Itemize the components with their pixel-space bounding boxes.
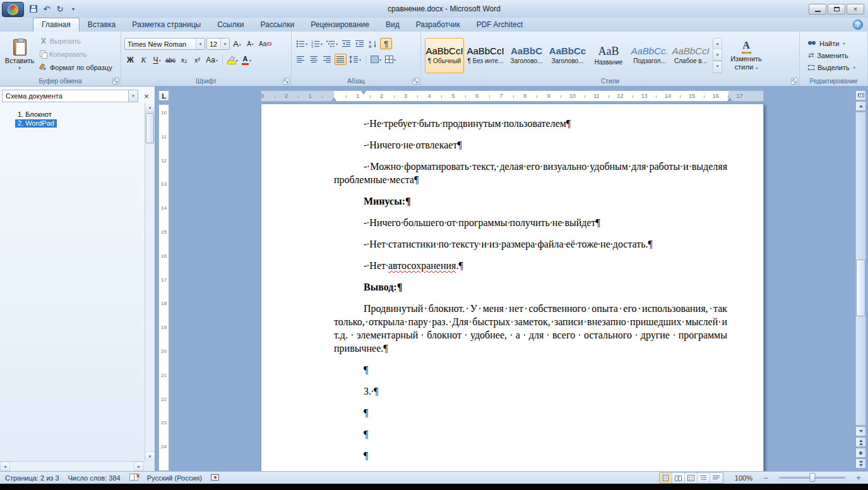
style-item-4[interactable]: AaBbCcЗаголово...: [548, 38, 587, 73]
bold-button[interactable]: Ж: [124, 54, 136, 66]
word-count[interactable]: Число слов: 384: [68, 474, 121, 482]
paragraph-dialog-launcher[interactable]: [412, 78, 419, 85]
font-name-select[interactable]: Times New Roman ▾: [124, 38, 205, 50]
paste-button[interactable]: Вставить ▾: [3, 33, 37, 76]
undo-button[interactable]: ↶: [40, 3, 53, 15]
close-document-map-button[interactable]: ×: [141, 90, 152, 102]
font-size-select[interactable]: 12 ▾: [206, 38, 230, 50]
misspelled-word[interactable]: автосохранения: [388, 260, 456, 271]
save-button[interactable]: [27, 3, 40, 15]
close-button[interactable]: ×: [847, 4, 864, 15]
justify-button[interactable]: [335, 54, 347, 65]
first-line-indent-marker[interactable]: [361, 91, 366, 95]
ribbon-tab-7[interactable]: Вид: [378, 18, 408, 32]
document-text[interactable]: - Не требует быть продвинутым пользовате…: [261, 104, 763, 471]
customize-qat-button[interactable]: ▾: [67, 3, 80, 15]
outline-view-button[interactable]: [698, 473, 710, 483]
print-layout-view-button[interactable]: [660, 473, 672, 483]
zoom-level[interactable]: 100%: [735, 474, 752, 482]
redo-button[interactable]: ↻: [54, 3, 66, 15]
document-map-vertical-scrollbar[interactable]: ▲ ▼: [145, 103, 155, 461]
clipboard-dialog-launcher[interactable]: [112, 78, 119, 85]
strikethrough-button[interactable]: abc: [164, 54, 177, 66]
ribbon-tab-2[interactable]: Вставка: [80, 18, 124, 32]
paragraph-13[interactable]: ¶: [334, 427, 727, 441]
paragraph-7[interactable]: - Нет автосохранения.¶: [334, 259, 727, 272]
document-map-selector[interactable]: Схема документа ▾: [2, 90, 138, 102]
map-scroll-left-button[interactable]: ◂: [0, 462, 10, 471]
previous-page-button[interactable]: [855, 437, 866, 447]
clear-formatting-button[interactable]: Аа: [258, 39, 273, 50]
select-browse-object-button[interactable]: [855, 448, 866, 458]
document-map-item-2[interactable]: 2. WordPad: [15, 119, 57, 128]
map-scroll-down-button[interactable]: ▼: [145, 451, 155, 461]
change-case-button[interactable]: Аа▾: [205, 54, 219, 66]
ribbon-tab-1[interactable]: Главная: [33, 18, 80, 32]
text-highlight-button[interactable]: ▾: [226, 54, 239, 66]
scroll-down-button[interactable]: [855, 426, 866, 436]
zoom-slider[interactable]: [779, 477, 845, 479]
underline-button[interactable]: Ч▾: [151, 54, 163, 66]
align-left-button[interactable]: [295, 54, 307, 65]
paragraph-3[interactable]: - Можно форматировать текст, делая его в…: [334, 160, 727, 186]
ribbon-tab-5[interactable]: Рассылки: [252, 18, 302, 32]
ribbon-tab-6[interactable]: Рецензирование: [302, 18, 378, 32]
paragraph-1[interactable]: - Не требует быть продвинутым пользовате…: [334, 117, 727, 130]
style-item-5[interactable]: AaBНазвание: [589, 38, 628, 73]
subscript-button[interactable]: х₂: [178, 54, 190, 66]
paragraph-10[interactable]: ¶: [334, 363, 727, 376]
style-item-7[interactable]: AaBbCcIСлабое в...: [671, 38, 710, 73]
zoom-slider-thumb[interactable]: [809, 473, 815, 482]
paragraph-14[interactable]: ¶: [334, 449, 727, 462]
right-indent-marker[interactable]: [727, 97, 732, 101]
align-center-button[interactable]: [308, 54, 320, 65]
cut-button[interactable]: Вырезать: [38, 35, 114, 46]
left-indent-marker[interactable]: [331, 97, 336, 101]
replace-button[interactable]: ⇄ Заменить: [803, 49, 864, 61]
next-page-button[interactable]: [855, 458, 866, 469]
style-item-1[interactable]: AaBbCcI¶ Обычный: [425, 38, 464, 73]
decrease-indent-button[interactable]: [340, 38, 352, 49]
show-formatting-marks-button[interactable]: ¶: [380, 38, 392, 49]
ribbon-tab-9[interactable]: PDF Architect: [468, 18, 531, 32]
tab-stop-selector[interactable]: L: [158, 90, 169, 101]
style-item-6[interactable]: AaBbCc.Подзагол...: [630, 38, 669, 73]
maximize-button[interactable]: [828, 4, 845, 15]
find-button[interactable]: Найти ▾: [803, 37, 864, 49]
paragraph-2[interactable]: - Ничего не отвлекает¶: [334, 138, 727, 152]
page-indicator[interactable]: Страница: 2 из 3: [5, 474, 59, 482]
office-button[interactable]: [2, 2, 24, 17]
paragraph-15[interactable]: ¶: [334, 470, 727, 471]
vertical-scrollbar[interactable]: [855, 90, 866, 469]
shading-button[interactable]: ▾: [369, 54, 383, 65]
document-map-horizontal-scrollbar[interactable]: ◂ ▸: [0, 461, 144, 471]
grow-font-button[interactable]: А▴: [231, 39, 243, 50]
ribbon-tab-3[interactable]: Разметка страницы: [124, 18, 209, 32]
line-spacing-button[interactable]: ▾: [348, 54, 362, 65]
zoom-in-button[interactable]: +: [854, 474, 863, 482]
font-dialog-launcher[interactable]: [283, 78, 290, 85]
full-screen-reading-view-button[interactable]: [672, 473, 685, 483]
style-item-3[interactable]: AaBbCЗаголово...: [507, 38, 546, 73]
help-button[interactable]: ?: [853, 20, 863, 30]
map-scrollbar-thumb[interactable]: [146, 113, 154, 143]
document-map-item-1[interactable]: 1. Блокнот: [15, 111, 54, 119]
align-right-button[interactable]: [321, 54, 333, 65]
format-painter-button[interactable]: Формат по образцу: [38, 62, 114, 73]
borders-button[interactable]: ▾: [384, 54, 397, 65]
ribbon-tab-4[interactable]: Ссылки: [209, 18, 252, 32]
ruler-toggle-button[interactable]: [855, 90, 866, 100]
draft-view-button[interactable]: [710, 473, 723, 483]
paragraph-4[interactable]: Минусы:¶: [334, 194, 727, 208]
styles-dialog-launcher[interactable]: [791, 78, 798, 85]
paragraph-5[interactable]: - Ничего большего от программы получить …: [334, 216, 727, 229]
scrollbar-thumb[interactable]: [856, 260, 865, 316]
multilevel-list-button[interactable]: ▾: [325, 38, 339, 49]
paragraph-8[interactable]: Вывод:¶: [334, 280, 727, 294]
macro-record-button[interactable]: [211, 474, 219, 482]
paragraph-6[interactable]: - Нет статистики по тексту и из размера …: [334, 237, 727, 251]
style-item-2[interactable]: AaBbCcI¶ Без инте...: [466, 38, 505, 73]
select-button[interactable]: Выделить ▾: [803, 61, 864, 73]
zoom-out-button[interactable]: −: [761, 474, 770, 482]
language-indicator[interactable]: Русский (Россия): [147, 474, 202, 482]
